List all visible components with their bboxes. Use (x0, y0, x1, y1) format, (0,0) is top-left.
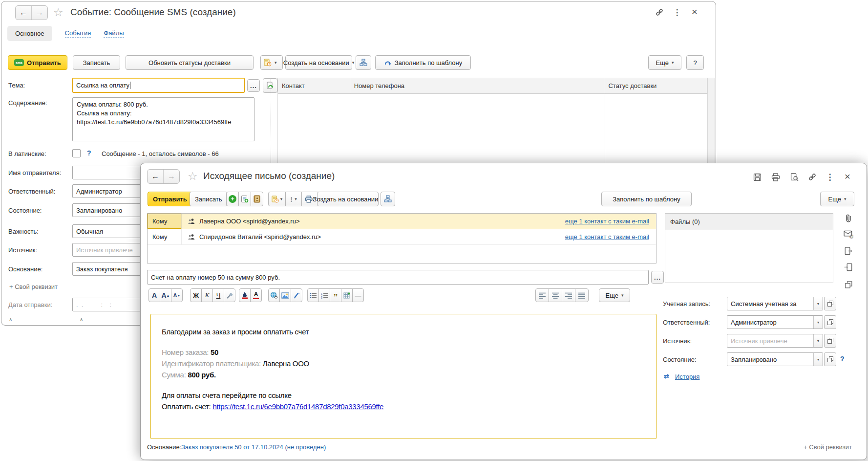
address-book-icon[interactable] (251, 192, 263, 206)
add-recipient-button[interactable]: + (226, 192, 239, 206)
recipient-type-cell[interactable]: Кому (148, 229, 182, 244)
blockquote-icon[interactable]: ” (330, 288, 341, 302)
reminder-dropdown-button[interactable]: ▾ (260, 55, 283, 70)
reminder-dropdown-button[interactable]: ▾ (268, 192, 286, 206)
dropdown-icon[interactable]: ▾ (813, 316, 823, 329)
signature-pen-icon[interactable] (291, 288, 302, 302)
format-more-button[interactable]: Еще▾ (599, 288, 630, 302)
footer-basis-link[interactable]: Заказ покупателя 50 от 17.10.2024 (не пр… (181, 443, 326, 451)
same-email-contacts-link[interactable]: еще 1 контакт с таким e-mail (565, 233, 649, 241)
dropdown-icon[interactable]: ▾ (813, 297, 823, 310)
recipient-type-cell[interactable]: Кому (148, 214, 182, 229)
column-header-contact[interactable]: Контакт (278, 78, 350, 93)
source-combo[interactable]: Источник привлече ▾ (727, 334, 823, 348)
window-menu-icon[interactable]: ⋮ (672, 7, 682, 18)
print-icon[interactable] (770, 172, 781, 182)
forward-button[interactable]: → (31, 6, 47, 20)
open-in-window-icon[interactable] (843, 279, 854, 290)
open-account-button[interactable] (824, 297, 836, 310)
format-painter-icon[interactable] (224, 288, 235, 302)
align-justify-icon[interactable] (575, 288, 589, 302)
save-button[interactable]: Записать (190, 192, 228, 206)
tab-files[interactable]: Файлы (104, 29, 124, 38)
help-button[interactable]: ? (686, 55, 704, 70)
font-color-button[interactable]: А (250, 288, 262, 302)
favorite-star-icon[interactable]: ☆ (188, 171, 198, 182)
add-from-list-button[interactable] (238, 192, 251, 206)
payment-link[interactable]: https://test.1c.ru/6e9bb07a76d1487d829f0… (212, 402, 383, 411)
align-left-icon[interactable] (535, 288, 549, 302)
tab-events[interactable]: События (65, 29, 91, 38)
dropdown-icon[interactable]: ▾ (813, 353, 823, 366)
history-link[interactable]: История (675, 373, 699, 380)
more-button[interactable]: Еще▾ (648, 55, 681, 70)
back-button[interactable]: ← (148, 170, 163, 183)
content-textarea[interactable]: Сумма оплаты: 800 руб. Ссылка на оплату:… (72, 97, 254, 141)
recipient-value[interactable]: Лаверна ООО <spirid@yandex.ru> (199, 218, 300, 225)
back-button[interactable]: ← (16, 6, 31, 20)
dropdown-icon[interactable]: ▾ (813, 334, 823, 347)
state-help-icon[interactable]: ? (840, 355, 845, 363)
theme-select-button[interactable]: ... (247, 79, 260, 92)
font-smaller-button[interactable]: А▼ (171, 288, 183, 302)
create-based-on-button[interactable]: Создать на основании▾ (285, 55, 352, 70)
recipient-row[interactable]: Кому Спиридонов Виталий <spirid@yandex.r… (148, 229, 656, 245)
importance-dropdown-button[interactable]: ! ▾ (285, 192, 302, 206)
fill-by-template-button[interactable]: Заполнить по шаблону (375, 55, 471, 70)
close-icon[interactable]: × (689, 6, 700, 17)
font-larger-button[interactable]: А▲ (160, 288, 171, 302)
send-email-button[interactable]: Отправить (148, 192, 192, 206)
align-center-icon[interactable] (549, 288, 562, 302)
numbered-list-icon[interactable]: 123 (318, 288, 330, 302)
email-body-editor[interactable]: Благодарим за заказ и просим оплатить сч… (150, 314, 656, 439)
state-combo[interactable]: Запланировано ▾ (727, 352, 823, 366)
subject-input[interactable]: Счет на оплату номер 50 на сумму 800 руб… (147, 270, 649, 285)
window-menu-icon[interactable]: ⋮ (825, 172, 835, 182)
bold-button[interactable]: Ж (190, 288, 202, 302)
create-based-on-button[interactable]: Создать на основании▾ (317, 192, 379, 206)
files-panel-header[interactable]: Файлы (0) (665, 214, 833, 230)
forward-button[interactable]: → (163, 170, 179, 183)
insert-image-icon[interactable] (279, 288, 291, 302)
update-delivery-statuses-button[interactable]: Обновить статусы доставки (126, 55, 254, 70)
recipient-value[interactable]: Спиридонов Виталий <spirid@yandex.ru> (199, 233, 321, 241)
to-latin-checkbox[interactable] (72, 149, 81, 157)
theme-input[interactable]: Ссылка на оплату (72, 78, 245, 93)
highlight-color-button[interactable] (239, 288, 251, 302)
get-link-icon[interactable] (654, 7, 665, 18)
column-header-delivery-status[interactable]: Статус доставки (604, 78, 707, 93)
save-button[interactable]: Записать (73, 55, 120, 70)
save-file-icon[interactable] (752, 172, 762, 182)
horizontal-rule-icon[interactable]: — (352, 288, 364, 302)
responsible-combo[interactable]: Администратор ▾ (727, 315, 823, 329)
underline-button[interactable]: Ч (212, 288, 224, 302)
tab-main[interactable]: Основное (7, 26, 52, 41)
open-state-button[interactable] (824, 352, 836, 366)
fill-by-template-button[interactable]: Заполнить по шаблону (601, 192, 692, 206)
send-sms-button[interactable]: sms Отправить (8, 55, 67, 70)
recipient-row[interactable]: Кому Лаверна ООО <spirid@yandex.ru> еще … (148, 214, 656, 229)
italic-button[interactable]: К (201, 288, 213, 302)
close-icon[interactable]: × (842, 171, 853, 182)
to-latin-help-icon[interactable]: ? (87, 149, 91, 157)
open-responsible-button[interactable] (824, 315, 836, 329)
column-header-phone[interactable]: Номер телефона (350, 78, 605, 93)
preview-icon[interactable] (789, 172, 800, 182)
attach-email-icon[interactable]: @ (843, 228, 854, 240)
export-document-icon[interactable] (843, 245, 854, 257)
font-button[interactable]: А (148, 288, 160, 302)
open-source-button[interactable] (824, 334, 836, 348)
add-custom-attribute-link[interactable]: + Свой реквизит (9, 283, 58, 290)
more-button[interactable]: Еще▾ (820, 192, 854, 206)
insert-link-icon[interactable] (268, 288, 280, 302)
related-documents-button[interactable] (356, 55, 371, 70)
account-combo[interactable]: Системная учетная за ▾ (727, 297, 823, 310)
favorite-star-icon[interactable]: ☆ (53, 7, 64, 18)
send-date-input[interactable]: . . : : (72, 298, 141, 311)
bullet-list-icon[interactable] (307, 288, 319, 302)
get-link-icon[interactable] (807, 172, 818, 182)
related-documents-button[interactable] (381, 192, 395, 206)
same-email-contacts-link[interactable]: еще 1 контакт с таким e-mail (565, 218, 649, 225)
align-right-icon[interactable] (562, 288, 575, 302)
subject-select-button[interactable]: ... (651, 271, 664, 284)
